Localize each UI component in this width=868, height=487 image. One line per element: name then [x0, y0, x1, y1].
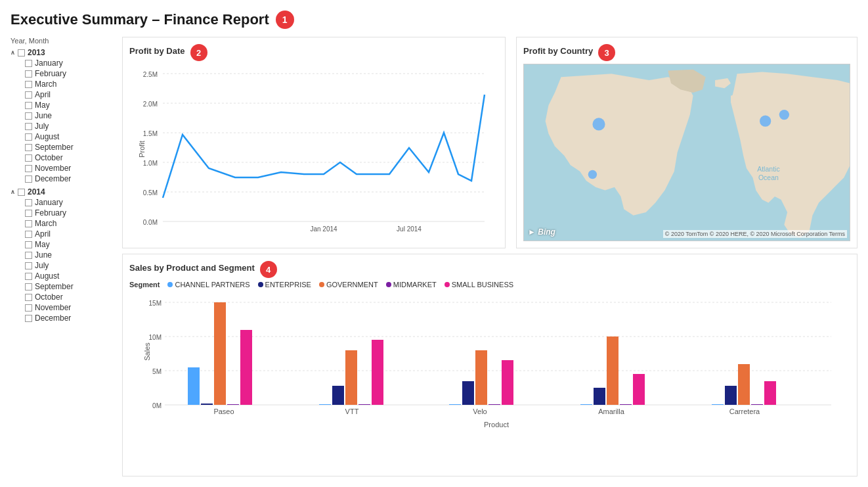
bar-carretera-cp	[712, 404, 724, 405]
month-label-july: July	[35, 261, 49, 270]
sidebar-item-2013-november[interactable]: November	[11, 163, 117, 174]
sidebar-item-2013-may[interactable]: May	[11, 100, 117, 110]
svg-text:Jan 2014: Jan 2014	[310, 225, 337, 233]
sidebar-item-2013-september[interactable]: September	[11, 142, 117, 152]
checkbox-2013-september[interactable]	[25, 144, 32, 151]
sidebar-item-2014-march[interactable]: March	[11, 218, 117, 229]
bar-vtt-gov	[345, 350, 357, 405]
months-2013-group: JanuaryFebruaryMarchAprilMayJuneJulyAugu…	[11, 58, 117, 184]
sidebar-item-2013-december[interactable]: December	[11, 174, 117, 184]
sidebar-item-2014-february[interactable]: February	[11, 208, 117, 218]
sales-legend: Segment CHANNEL PARTNERS ENTERPRISE GOVE…	[129, 281, 850, 289]
sidebar-item-2014-august[interactable]: August	[11, 271, 117, 281]
bar-paseo-mid	[227, 404, 239, 405]
checkbox-2013[interactable]	[18, 49, 25, 57]
svg-text:10M: 10M	[149, 334, 162, 341]
bar-vtt-cp	[319, 404, 331, 405]
months-2014-group: JanuaryFebruaryMarchAprilMayJuneJulyAugu…	[11, 197, 117, 323]
sidebar-item-2014-april[interactable]: April	[11, 229, 117, 239]
sidebar-item-2013-october[interactable]: October	[11, 152, 117, 163]
sidebar-item-2013-february[interactable]: February	[11, 68, 117, 79]
month-label-october: October	[35, 292, 63, 302]
bar-vtt-sb	[372, 340, 383, 405]
checkbox-2014-june[interactable]	[25, 252, 32, 259]
svg-text:1.0M: 1.0M	[143, 160, 158, 167]
checkbox-2014-september[interactable]	[25, 283, 32, 290]
sidebar-item-2014-november[interactable]: November	[11, 302, 117, 313]
legend-dot-government	[319, 282, 324, 287]
sidebar-item-2013-march[interactable]: March	[11, 79, 117, 89]
sidebar-item-2014-july[interactable]: July	[11, 260, 117, 271]
checkbox-2013-february[interactable]	[25, 70, 32, 78]
checkbox-2013-may[interactable]	[25, 102, 32, 109]
sidebar-item-2013-january[interactable]: January	[11, 58, 117, 68]
checkbox-2014-october[interactable]	[25, 294, 32, 301]
segment-label: Segment	[129, 281, 160, 289]
svg-text:1.5M: 1.5M	[143, 130, 158, 137]
profit-date-title: Profit by Date	[129, 46, 185, 56]
checkbox-2014-november[interactable]	[25, 304, 32, 312]
checkbox-2014-february[interactable]	[25, 210, 32, 217]
sidebar-item-2014-january[interactable]: January	[11, 197, 117, 208]
checkbox-2013-august[interactable]	[25, 133, 32, 141]
sidebar-year-2014[interactable]: ∧ 2014	[11, 187, 117, 197]
month-label-october: October	[35, 153, 63, 162]
svg-point-22	[779, 110, 789, 120]
checkbox-2013-march[interactable]	[25, 81, 32, 88]
sidebar-item-2014-june[interactable]: June	[11, 250, 117, 260]
sidebar-item-2014-may[interactable]: May	[11, 239, 117, 250]
checkbox-2014-march[interactable]	[25, 220, 32, 227]
checkbox-2013-october[interactable]	[25, 154, 32, 162]
svg-text:Ocean: Ocean	[758, 174, 779, 181]
svg-text:Amarilla: Amarilla	[598, 407, 625, 415]
month-label-june: June	[35, 250, 52, 260]
svg-text:2.5M: 2.5M	[143, 71, 158, 78]
bar-amarilla-ent	[594, 388, 605, 405]
checkbox-2013-december[interactable]	[25, 175, 32, 183]
bar-vtt-ent	[332, 386, 344, 405]
bar-velo-gov	[475, 350, 487, 405]
checkbox-2014-january[interactable]	[25, 199, 32, 206]
map-title: Profit by Country	[523, 46, 593, 56]
sales-card: Sales by Product and Segment 4 Segment C…	[122, 254, 857, 476]
month-label-may: May	[35, 101, 50, 110]
month-label-january: January	[35, 198, 63, 207]
checkbox-2013-june[interactable]	[25, 112, 32, 120]
checkbox-2014[interactable]	[18, 189, 25, 196]
sidebar-item-2013-april[interactable]: April	[11, 89, 117, 100]
sidebar-item-2014-october[interactable]: October	[11, 292, 117, 302]
checkbox-2014-july[interactable]	[25, 262, 32, 269]
month-label-november: November	[35, 164, 71, 173]
sidebar-label: Year, Month	[11, 37, 49, 45]
month-label-april: April	[35, 229, 51, 239]
checkbox-2013-january[interactable]	[25, 60, 32, 67]
bing-logo: ► Bing	[528, 227, 555, 237]
bar-vtt-mid	[358, 404, 370, 405]
svg-text:Paseo: Paseo	[213, 407, 234, 415]
bar-carretera-sb	[764, 381, 776, 405]
sidebar-item-2013-august[interactable]: August	[11, 131, 117, 142]
svg-text:0.0M: 0.0M	[143, 219, 158, 226]
bar-amarilla-mid	[620, 404, 632, 405]
sidebar-item-2014-september[interactable]: September	[11, 281, 117, 292]
checkbox-2013-november[interactable]	[25, 165, 32, 172]
checkbox-2014-april[interactable]	[25, 231, 32, 238]
checkbox-2013-april[interactable]	[25, 91, 32, 99]
svg-text:0.5M: 0.5M	[143, 189, 158, 197]
svg-point-21	[760, 116, 771, 127]
bar-carretera-mid	[751, 404, 763, 405]
checkbox-2014-may[interactable]	[25, 241, 32, 248]
sidebar-item-2013-july[interactable]: July	[11, 121, 117, 131]
legend-government: GOVERNMENT	[319, 281, 378, 289]
sidebar-year-2013[interactable]: ∧ 2013	[11, 47, 117, 58]
svg-text:Sales: Sales	[143, 342, 151, 361]
sidebar-item-2013-june[interactable]: June	[11, 110, 117, 121]
sidebar-item-2014-december[interactable]: December	[11, 313, 117, 323]
month-label-february: February	[35, 208, 66, 218]
legend-dot-midmarket	[386, 282, 391, 287]
checkbox-2014-august[interactable]	[25, 273, 32, 280]
checkbox-2013-july[interactable]	[25, 123, 32, 130]
svg-point-20	[588, 170, 597, 179]
checkbox-2014-december[interactable]	[25, 315, 32, 322]
year-2014-label: 2014	[28, 187, 45, 197]
